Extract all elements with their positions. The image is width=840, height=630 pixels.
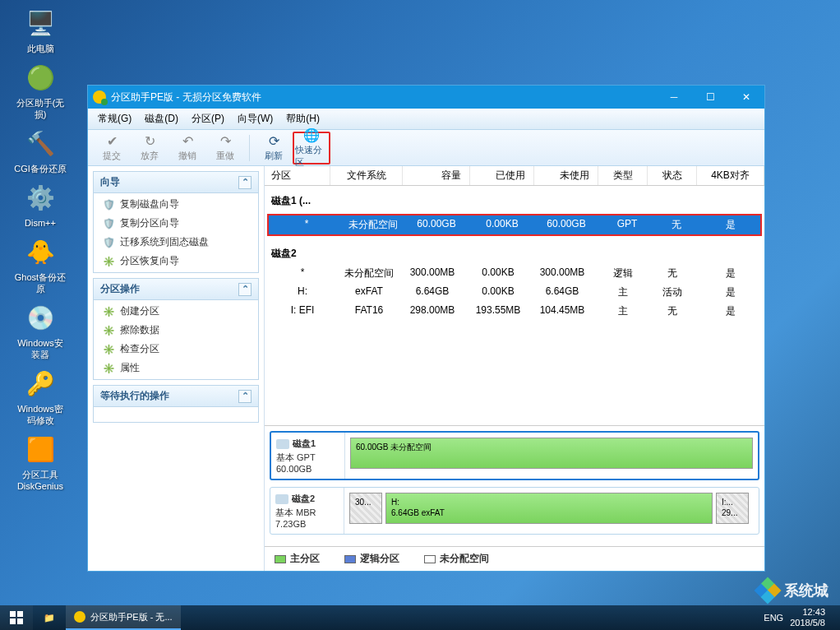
- svg-rect-2: [10, 618, 16, 624]
- undo-icon: ↶: [182, 133, 193, 149]
- ops-panel-head[interactable]: 分区操作 ⌃: [94, 279, 258, 300]
- quick-icon: 🌐: [303, 127, 320, 143]
- partition-table: 磁盘1 (...*未分配空间60.00GB0.00KB60.00GBGPT无是磁…: [265, 186, 764, 425]
- sidebar-item[interactable]: ✳️属性: [94, 359, 258, 378]
- sidebar-item[interactable]: ✳️创建分区: [94, 302, 258, 321]
- pc-icon: 🖥️: [24, 7, 57, 39]
- partition-block[interactable]: I:...29...: [716, 493, 749, 524]
- tool-refresh[interactable]: ⟳刷新: [255, 132, 293, 164]
- sidebar-item[interactable]: ✳️擦除数据: [94, 321, 258, 340]
- menu-item-3[interactable]: 向导(W): [231, 109, 279, 128]
- wand-icon: ✳️: [102, 255, 115, 268]
- minimize-button[interactable]: ─: [656, 86, 692, 109]
- disk-graph[interactable]: 磁盘2基本 MBR7.23GB30...H:6.64GB exFATI:...2…: [270, 487, 759, 535]
- partition-row[interactable]: *未分配空间60.00GB0.00KB60.00GBGPT无是: [269, 215, 760, 234]
- col-header[interactable]: 4KB对齐: [697, 166, 764, 185]
- titlebar[interactable]: 分区助手PE版 - 无损分区免费软件 ─ ☐ ✕: [88, 86, 764, 109]
- taskbar: 📁 分区助手PE版 - 无... ENG 12:43 2018/5/8: [0, 605, 840, 630]
- menu-item-2[interactable]: 分区(P): [185, 109, 231, 128]
- desktop-icon-winins[interactable]: 💿Windows安装器: [12, 301, 69, 360]
- clock[interactable]: 12:43 2018/5/8: [783, 607, 832, 628]
- collapse-icon[interactable]: ⌃: [238, 283, 252, 296]
- wand-icon: ✳️: [102, 362, 115, 375]
- legend-logical: 逻辑分区: [360, 552, 399, 566]
- ghost-icon: 🐥: [24, 235, 57, 268]
- explorer-icon[interactable]: 📁: [33, 605, 66, 630]
- col-header[interactable]: 容量: [403, 166, 470, 185]
- disk-graph-area: 磁盘1基本 GPT60.00GB60.00GB 未分配空间磁盘2基本 MBR7.…: [265, 425, 764, 546]
- tool-quick[interactable]: 🌐快速分区: [293, 132, 330, 164]
- sidebar-item[interactable]: 🛡️迁移系统到固态磁盘: [94, 233, 258, 252]
- col-header[interactable]: 状态: [648, 166, 697, 185]
- svg-rect-1: [17, 611, 23, 617]
- pending-panel-head[interactable]: 等待执行的操作 ⌃: [94, 386, 258, 407]
- partition-row[interactable]: H:exFAT6.64GB0.00KB6.64GB主活动是: [265, 283, 764, 302]
- dg-icon: 🟧: [24, 433, 57, 466]
- discard-icon: ↻: [145, 133, 155, 149]
- app-icon: [93, 90, 106, 104]
- commit-icon: ✔: [107, 133, 118, 149]
- disk-group-title: 磁盘2: [265, 239, 764, 264]
- partition-block[interactable]: 30...: [349, 493, 382, 524]
- partition-table-header: 分区文件系统容量已使用未使用类型状态4KB对齐: [265, 166, 764, 186]
- toolbar: ✔提交↻放弃↶撤销↷重做⟳刷新🌐快速分区: [88, 130, 764, 166]
- start-button[interactable]: [0, 605, 33, 630]
- sidebar: 向导 ⌃ 🛡️复制磁盘向导🛡️复制分区向导🛡️迁移系统到固态磁盘✳️分区恢复向导…: [88, 166, 265, 571]
- maximize-button[interactable]: ☐: [692, 86, 728, 109]
- col-header[interactable]: 已使用: [470, 166, 534, 185]
- system-tray: ENG 12:43 2018/5/8: [747, 607, 840, 628]
- winins-icon: 💿: [24, 301, 57, 334]
- menu-item-4[interactable]: 帮助(H): [279, 109, 326, 128]
- disk-icon: [275, 494, 288, 504]
- menu-item-0[interactable]: 常规(G): [91, 109, 138, 128]
- desktop-icon-pc[interactable]: 🖥️此电脑: [12, 7, 69, 54]
- desktop-icon-ghost[interactable]: 🐥Ghost备份还原: [12, 235, 69, 294]
- desktop-icon-pwd[interactable]: 🔑Windows密码修改: [12, 367, 69, 426]
- menu-item-1[interactable]: 磁盘(D): [138, 109, 185, 128]
- collapse-icon[interactable]: ⌃: [238, 176, 252, 189]
- wizard-panel-head[interactable]: 向导 ⌃: [94, 172, 258, 193]
- pending-panel: 等待执行的操作 ⌃: [93, 385, 259, 423]
- desktop-icon-cgi[interactable]: 🔨CGI备份还原: [12, 127, 69, 174]
- cgi-icon: 🔨: [24, 127, 57, 160]
- app-icon: [74, 611, 85, 623]
- partition-row[interactable]: *未分配空间300.00MB0.00KB300.00MB逻辑无是: [265, 264, 764, 283]
- refresh-icon: ⟳: [269, 133, 279, 149]
- svg-rect-0: [10, 611, 16, 617]
- tool-undo: ↶撤销: [168, 132, 206, 164]
- partition-row[interactable]: I: EFIFAT16298.00MB193.55MB104.45MB主无是: [265, 302, 764, 321]
- collapse-icon[interactable]: ⌃: [238, 390, 252, 403]
- partition-block[interactable]: H:6.64GB exFAT: [385, 493, 713, 524]
- ime-indicator[interactable]: ENG: [764, 613, 783, 623]
- taskbar-app[interactable]: 分区助手PE版 - 无...: [66, 605, 181, 630]
- pa-icon: 🟢: [24, 61, 57, 94]
- col-header[interactable]: 文件系统: [330, 166, 403, 185]
- desktop-icon-pa[interactable]: 🟢分区助手(无损): [12, 61, 69, 120]
- dism-icon: ⚙️: [24, 181, 57, 214]
- disk-icon: [276, 439, 289, 449]
- svg-rect-3: [17, 618, 23, 624]
- tool-commit: ✔提交: [93, 132, 131, 164]
- shield-icon: 🛡️: [102, 217, 115, 230]
- disk-group-title: 磁盘1 (...: [265, 186, 764, 211]
- menu-bar: 常规(G)磁盘(D)分区(P)向导(W)帮助(H): [88, 109, 764, 130]
- sidebar-item[interactable]: 🛡️复制分区向导: [94, 214, 258, 233]
- desktop-icon-dism[interactable]: ⚙️Dism++: [12, 181, 69, 229]
- legend-unallocated: 未分配空间: [440, 552, 489, 566]
- sidebar-item[interactable]: ✳️分区恢复向导: [94, 252, 258, 271]
- shield-icon: 🛡️: [102, 236, 115, 249]
- wand-icon: ✳️: [102, 343, 115, 356]
- main-content: 分区文件系统容量已使用未使用类型状态4KB对齐 磁盘1 (...*未分配空间60…: [265, 166, 764, 571]
- col-header[interactable]: 类型: [598, 166, 648, 185]
- redo-icon: ↷: [220, 133, 231, 149]
- col-header[interactable]: 未使用: [534, 166, 598, 185]
- sidebar-item[interactable]: ✳️检查分区: [94, 340, 258, 359]
- col-header[interactable]: 分区: [265, 166, 330, 185]
- desktop-icon-dg[interactable]: 🟧分区工具DiskGenius: [12, 433, 69, 492]
- close-button[interactable]: ✕: [728, 86, 764, 109]
- partition-block[interactable]: 60.00GB 未分配空间: [350, 438, 753, 469]
- sidebar-item[interactable]: 🛡️复制磁盘向导: [94, 195, 258, 214]
- disk-graph[interactable]: 磁盘1基本 GPT60.00GB60.00GB 未分配空间: [270, 431, 759, 480]
- legend: 主分区 逻辑分区 未分配空间: [265, 546, 764, 571]
- window-title: 分区助手PE版 - 无损分区免费软件: [111, 90, 261, 104]
